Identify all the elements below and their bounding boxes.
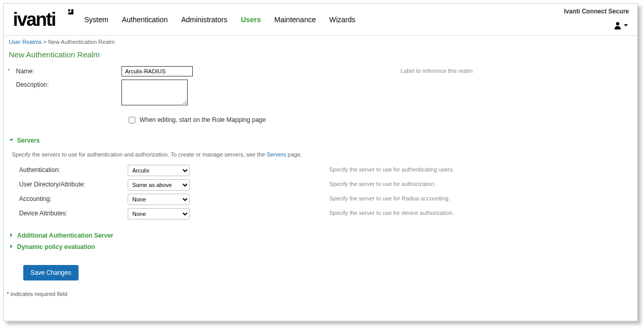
user-icon	[614, 21, 622, 29]
nav-wizards[interactable]: Wizards	[329, 15, 356, 24]
user-directory-label: User Directory/Attribute:	[9, 179, 128, 188]
authentication-select[interactable]: Arculix	[128, 165, 190, 176]
page-title: New Authentication Realm	[4, 48, 637, 64]
breadcrumb: User Realms > New Authentication Realm	[4, 36, 637, 48]
servers-section-description: Specify the servers to use for authentic…	[4, 148, 637, 165]
servers-section-title: Servers	[17, 137, 40, 144]
main-nav: System Authentication Administrators Use…	[84, 15, 356, 24]
chevron-down-icon	[623, 22, 629, 28]
breadcrumb-current: New Authentication Realm	[48, 39, 115, 45]
save-changes-button[interactable]: Save Changes	[23, 265, 79, 280]
servers-link[interactable]: Servers	[267, 151, 286, 158]
svg-point-4	[616, 22, 619, 25]
servers-section-header[interactable]: Servers	[4, 133, 637, 148]
name-label: Name:	[9, 66, 121, 75]
nav-administrators[interactable]: Administrators	[181, 15, 227, 24]
chevron-right-icon	[9, 232, 14, 239]
dynamic-policy-section[interactable]: Dynamic policy evaluation	[4, 241, 637, 253]
role-mapping-checkbox-label: When editing, start on the Role Mapping …	[140, 116, 266, 123]
user-directory-select[interactable]: Same as above	[128, 179, 190, 191]
user-menu[interactable]	[614, 21, 629, 29]
accounting-hint: Specify the server to use for Radius acc…	[329, 194, 450, 201]
chevron-right-icon	[9, 243, 14, 251]
device-attributes-select[interactable]: None	[128, 208, 190, 220]
svg-rect-1	[68, 9, 70, 11]
name-hint: Label to reference this realm	[401, 66, 472, 74]
breadcrumb-separator: >	[43, 39, 47, 45]
svg-text:ivanti: ivanti	[13, 9, 55, 30]
ivanti-logo-icon: ivanti	[13, 8, 75, 31]
nav-maintenance[interactable]: Maintenance	[274, 15, 316, 24]
authentication-hint: Specify the server to use for authentica…	[329, 165, 454, 173]
servers-rows: Authentication: Arculix Specify the serv…	[4, 165, 637, 220]
required-footnote: * indicates required field	[4, 280, 637, 300]
description-label: Description:	[9, 80, 121, 88]
breadcrumb-link-user-realms[interactable]: User Realms	[9, 39, 42, 45]
logo: ivanti	[4, 8, 84, 31]
nav-authentication[interactable]: Authentication	[122, 15, 168, 24]
authentication-label: Authentication:	[9, 165, 128, 174]
additional-auth-title: Additional Authentication Server	[17, 232, 113, 239]
dynamic-policy-title: Dynamic policy evaluation	[17, 243, 95, 251]
accounting-select[interactable]: None	[128, 194, 190, 205]
required-indicator: *	[8, 68, 10, 74]
user-directory-hint: Specify the server to use for authorizat…	[329, 179, 436, 187]
description-input[interactable]	[121, 80, 188, 105]
svg-rect-3	[68, 12, 73, 14]
device-attributes-label: Device Attributes:	[9, 208, 128, 217]
product-name: Ivanti Connect Secure	[564, 8, 629, 15]
realm-form: * Name: Label to reference this realm De…	[4, 64, 637, 123]
accounting-label: Accounting:	[9, 194, 128, 202]
top-header: ivanti System Authentication Administrat…	[4, 4, 637, 36]
chevron-down-icon	[9, 137, 14, 144]
nav-users[interactable]: Users	[241, 15, 261, 24]
nav-system[interactable]: System	[84, 15, 109, 24]
role-mapping-checkbox[interactable]	[129, 117, 135, 123]
additional-auth-section[interactable]: Additional Authentication Server	[4, 230, 637, 241]
device-attributes-hint: Specify the server to use for device aut…	[329, 208, 454, 216]
name-input[interactable]	[121, 66, 193, 76]
